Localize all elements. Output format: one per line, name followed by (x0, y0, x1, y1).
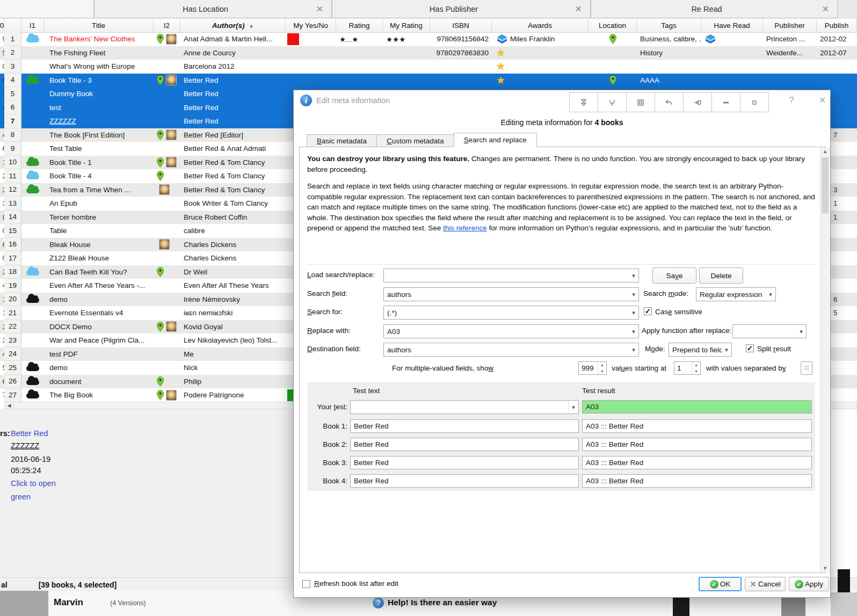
book-test-text[interactable]: Better Red (350, 474, 579, 488)
scroll-up-icon[interactable]: ▲ (820, 148, 830, 156)
column-header-Location[interactable]: Location (589, 19, 637, 32)
cell-i1 (21, 169, 44, 183)
book-test-text[interactable]: Better Red (350, 438, 579, 451)
row-number: 2 (4, 46, 21, 60)
author-link[interactable]: Better Red (11, 429, 48, 438)
restore-button[interactable] (740, 92, 769, 112)
cell-i2 (154, 128, 180, 142)
cell-i1 (21, 60, 44, 74)
cell-my-rating (383, 46, 430, 60)
case-sensitive-checkbox[interactable] (644, 307, 652, 315)
search-field-label: Search field: (307, 289, 347, 298)
table-row[interactable]: 91The Bankers' New ClothesAnat Admati & … (0, 32, 857, 46)
column-header-blank[interactable] (4, 19, 21, 32)
save-button[interactable]: Save (652, 267, 696, 284)
cell-i2 (154, 32, 180, 46)
column-header-0[interactable]: 0 (0, 19, 4, 32)
split-result-checkbox[interactable] (746, 344, 754, 352)
tab-close-icon[interactable]: ✕ (575, 4, 590, 14)
search-for-combo[interactable]: (.*) (383, 306, 639, 320)
column-header-Tags[interactable]: Tags (637, 19, 701, 32)
cell-i2 (154, 388, 180, 402)
apply-button[interactable]: ✓Apply (789, 577, 829, 591)
cancel-button[interactable]: ✕Cancel (745, 577, 786, 591)
dialog-close-button[interactable]: ✕ (819, 95, 826, 105)
cell-i1 (21, 142, 44, 156)
thumbnail-icon (166, 157, 177, 168)
column-header-I2[interactable]: I2 (154, 19, 180, 32)
spin-up-icon: ▲ (692, 362, 700, 368)
cloud-icon (26, 298, 39, 303)
tab-close-icon[interactable]: ✕ (316, 4, 331, 14)
book-test-text[interactable]: Better Red (350, 456, 579, 469)
cell-i2 (154, 265, 180, 279)
column-header-Have Read[interactable]: Have Read (701, 19, 763, 32)
scroll-down-icon[interactable]: ▼ (820, 564, 830, 572)
column-header-My Rating[interactable]: My Rating (383, 19, 430, 32)
book-test-text[interactable]: Better Red (350, 419, 579, 433)
tab-custom-metadata[interactable]: Custom metadata (376, 134, 454, 147)
column-header-Rating[interactable]: Rating (336, 19, 383, 32)
book-test-label: Book 4: (307, 477, 347, 485)
library-tab-has-location[interactable]: Has Location ✕ (94, 0, 332, 18)
column-header-Title[interactable]: Title (44, 19, 154, 32)
cell-i2 (154, 279, 180, 293)
row-number: 6 (4, 101, 21, 115)
cell-i1 (21, 128, 44, 142)
separator-box[interactable]: ∷ (801, 361, 812, 375)
minimize-button[interactable] (711, 92, 740, 112)
row-number: 15 (4, 224, 21, 238)
click-to-open-link[interactable]: Click to open (11, 479, 56, 488)
cell-title: Z122 Bleak House (44, 251, 154, 265)
filter-button[interactable] (569, 92, 598, 112)
show-values-spinner[interactable]: 999▲▼ (578, 361, 607, 375)
search-field-combo[interactable]: authors (383, 287, 639, 301)
table-row[interactable]: 03What's Wrong with EuropeBarcelona 2012… (0, 60, 857, 74)
grab-tool-button[interactable] (598, 92, 627, 112)
dialog-help-button[interactable]: ? (789, 95, 794, 106)
location-pin-icon (157, 376, 164, 387)
series-link[interactable]: ZZZZZZ (11, 441, 39, 450)
table-row[interactable]: 52The Fishing FleetAnne de Courcy9780297… (0, 46, 857, 60)
table-row[interactable]: 64Book Title - 3Better Red★AAAA (0, 74, 857, 88)
column-header-Publisher[interactable]: Publisher (763, 19, 817, 32)
dialog-titlebar[interactable]: i Edit meta information (294, 90, 830, 112)
column-header-ISBN[interactable]: ISBN (430, 19, 492, 32)
mode-combo[interactable]: Prepend to field (669, 343, 732, 357)
delete-button[interactable]: Delete (699, 267, 743, 284)
scroll-left-arrow-icon[interactable]: ◀ (5, 402, 14, 409)
library-tab-re-read[interactable]: Re Read ✕ (591, 0, 838, 18)
library-tab-has-publisher[interactable]: Has Publisher ✕ (332, 0, 591, 18)
book-table-header[interactable]: 0I1TitleI2Author(s)▲My Yes/NoRatingMy Ra… (0, 19, 857, 33)
search-mode-combo[interactable]: Regular expression (696, 287, 776, 301)
column-header-Publish[interactable]: Publish (817, 19, 857, 32)
refresh-book-list-checkbox[interactable] (302, 580, 310, 588)
tab-basic-metadata[interactable]: Basic metadata (307, 134, 377, 147)
column-header-I1[interactable]: I1 (21, 19, 44, 32)
ok-button[interactable]: ✓OK (699, 577, 742, 591)
frame-button[interactable] (626, 92, 655, 112)
column-header-Author(s)[interactable]: Author(s)▲ (180, 19, 286, 32)
cell-title: DOCX Demo (44, 320, 154, 334)
undo-button[interactable] (655, 92, 684, 112)
tab-search-and-replace[interactable]: Search and replace (454, 133, 537, 147)
destination-field-combo[interactable]: authors (383, 343, 639, 357)
cell-authors: Better Red (180, 101, 286, 115)
scroll-thumb[interactable] (822, 157, 829, 214)
help-link[interactable]: Help! Is there an easier way (388, 598, 497, 607)
dialog-scrollbar[interactable]: ▲ ▼ (820, 148, 830, 572)
load-search-replace-combo[interactable] (383, 269, 639, 282)
tab-close-icon[interactable]: ✕ (822, 4, 837, 14)
start-at-spinner[interactable]: 1▲▼ (674, 361, 701, 375)
replace-with-combo[interactable]: A03 (383, 324, 639, 338)
tag-link-green[interactable]: green (11, 492, 31, 501)
library-tab-blank[interactable] (0, 0, 94, 18)
column-header-Awards[interactable]: Awards (492, 19, 589, 32)
cell-title: Evernote Essentials v4 (44, 306, 154, 320)
apply-function-combo[interactable] (732, 324, 807, 338)
this-reference-link[interactable]: this reference (443, 224, 487, 232)
column-header-My Yes/No[interactable]: My Yes/No (286, 19, 336, 32)
cell-authors: Charles Dickens (180, 251, 286, 265)
pin-button[interactable] (683, 92, 712, 112)
your-test-combo[interactable] (350, 400, 579, 414)
